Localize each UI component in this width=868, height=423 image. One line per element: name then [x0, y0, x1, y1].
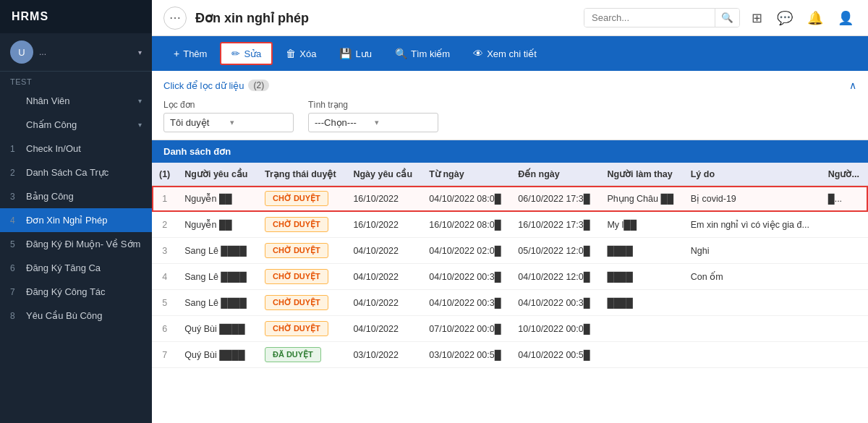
row-tu-ngay: 04/10/2022 00:3█: [422, 290, 511, 316]
row-den-ngay: 04/10/2022 12:0█: [511, 264, 600, 290]
table-row[interactable]: 5 Sang Lê ████ CHỜ DUYỆT 04/10/2022 04/1…: [152, 290, 868, 316]
col-tu-ngay: Từ ngày: [422, 163, 511, 186]
tinh-trang-label: Tình trạng: [308, 100, 438, 110]
avatar: U: [10, 40, 33, 64]
sidebar-item-number: 7: [10, 287, 20, 297]
table-row[interactable]: 6 Quý Bùi ████ CHỜ DUYỆT 04/10/2022 07/1…: [152, 316, 868, 342]
row-nguoi-yeu-cau: Quý Bùi ████: [177, 342, 258, 368]
sidebar-item-label: Đơn Xin Nghỉ Phép: [26, 215, 142, 226]
user-profile[interactable]: U ... ▾: [0, 33, 152, 72]
col-trang-thai-duyet: Trạng thái duyệt: [258, 163, 346, 186]
row-den-ngay: 04/10/2022 00:5█: [511, 342, 600, 368]
status-badge: CHỜ DUYỆT: [265, 321, 328, 336]
notification-icon-button[interactable]: 🔔: [804, 7, 826, 29]
row-nguoi-lam-thay: [600, 342, 683, 368]
row-den-ngay: 06/10/2022 17:3█: [511, 186, 600, 212]
loc-don-select[interactable]: Tôi duyệt ▾: [163, 113, 294, 132]
tim-kiem-label: Tìm kiếm: [411, 48, 450, 59]
table-row[interactable]: 2 Nguyễn ██ CHỜ DUYỆT 16/10/2022 16/10/2…: [152, 212, 868, 238]
row-tu-ngay: 04/10/2022 00:3█: [422, 264, 511, 290]
table-row[interactable]: 3 Sang Lê ████ CHỜ DUYỆT 04/10/2022 04/1…: [152, 238, 868, 264]
filter-click-label[interactable]: Click để lọc dữ liệu: [163, 80, 244, 91]
row-nguoi-yeu-cau: Nguyễn ██: [177, 186, 258, 212]
luu-button[interactable]: 💾Lưu: [329, 43, 381, 64]
sidebar-item-label: Danh Sách Ca Trực: [26, 167, 142, 178]
row-nguoi-lam-thay: [600, 316, 683, 342]
table-header-row: (1) Người yêu cầu Trạng thái duyệt Ngày …: [152, 163, 868, 186]
row-trang-thai: ĐÃ DUYỆT: [258, 342, 346, 368]
table-row[interactable]: 7 Quý Bùi ████ ĐÃ DUYỆT 03/10/2022 03/10…: [152, 342, 868, 368]
grid-icon-button[interactable]: ⊞: [749, 7, 765, 29]
table-row[interactable]: 4 Sang Lê ████ CHỜ DUYỆT 04/10/2022 04/1…: [152, 264, 868, 290]
row-trang-thai: CHỜ DUYỆT: [258, 212, 346, 238]
luu-icon: 💾: [339, 48, 352, 59]
row-ly-do: Em xin nghỉ vì có việc gia đ...: [684, 212, 821, 238]
xem-chi-tiet-button[interactable]: 👁Xem chi tiết: [463, 43, 547, 64]
row-nguoi-lam-thay: ████: [600, 238, 683, 264]
sidebar-item-bang-cong[interactable]: 3 Bảng Công: [0, 184, 152, 208]
row-ngay-yeu-cau: 04/10/2022: [346, 238, 422, 264]
row-tu-ngay: 03/10/2022 00:5█: [422, 342, 511, 368]
row-ngay-yeu-cau: 16/10/2022: [346, 212, 422, 238]
sidebar-item-label: Nhân Viên: [26, 95, 132, 106]
row-extra: [821, 212, 868, 238]
sidebar-section-label: Test: [0, 72, 152, 89]
collapse-button[interactable]: ∧: [849, 80, 856, 91]
row-den-ngay: 04/10/2022 00:3█: [511, 290, 600, 316]
chat-icon-button[interactable]: 💬: [774, 7, 796, 29]
topbar-icons: ⊞ 💬 🔔 👤: [749, 7, 856, 29]
sidebar-item-dang-ky-cong-tac[interactable]: 7 Đăng Ký Công Tác: [0, 280, 152, 304]
sidebar-item-label: Chấm Công: [26, 119, 132, 130]
status-badge: CHỜ DUYỆT: [265, 243, 328, 258]
tinh-trang-select[interactable]: ---Chọn--- ▾: [308, 113, 438, 132]
row-nguoi-yeu-cau: Sang Lê ████: [177, 290, 258, 316]
status-badge: CHỜ DUYỆT: [265, 191, 328, 206]
row-ly-do: [684, 342, 821, 368]
sidebar-item-don-xin-nghi-phep[interactable]: 4 Đơn Xin Nghỉ Phép: [0, 208, 152, 232]
search-input[interactable]: [584, 9, 715, 27]
tim-kiem-button[interactable]: 🔍Tìm kiếm: [385, 43, 460, 64]
table-row[interactable]: 1 Nguyễn ██ CHỜ DUYỆT 16/10/2022 04/10/2…: [152, 186, 868, 212]
sidebar-item-number: 1: [10, 144, 20, 154]
user-icon-button[interactable]: 👤: [835, 7, 856, 29]
sidebar-item-yeu-cau-bu-cong[interactable]: 8 Yêu Cầu Bù Công: [0, 304, 152, 328]
xoa-button[interactable]: 🗑Xóa: [276, 43, 326, 64]
username: ...: [39, 47, 132, 57]
sua-button[interactable]: ✏Sửa: [220, 42, 273, 65]
row-extra: [821, 316, 868, 342]
xem-chi-tiet-icon: 👁: [473, 48, 483, 59]
row-tu-ngay: 16/10/2022 08:0█: [422, 212, 511, 238]
col-nguoi: Ngườ...: [821, 163, 868, 186]
sidebar-item-nhan-vien[interactable]: Nhân Viên ▾: [0, 89, 152, 113]
sidebar-item-number: 8: [10, 311, 20, 321]
row-trang-thai: CHỜ DUYỆT: [258, 264, 346, 290]
sidebar-item-label: Đăng Ký Công Tác: [26, 286, 142, 297]
table-section-title: Danh sách đơn: [152, 140, 868, 163]
search-button[interactable]: 🔍: [715, 9, 739, 27]
row-index: 2: [152, 212, 177, 238]
filter-count-badge: (2): [248, 80, 269, 91]
col-ly-do: Lý do: [684, 163, 821, 186]
sidebar-item-danh-sach-ca-truc[interactable]: 2 Danh Sách Ca Trực: [0, 161, 152, 184]
col-den-ngay: Đến ngày: [511, 163, 600, 186]
filter-controls: Lọc đơn Tôi duyệt ▾ Tình trạng ---Chọn--…: [163, 94, 856, 140]
status-badge: ĐÃ DUYỆT: [265, 347, 321, 362]
sidebar-item-dang-ky-tang-ca[interactable]: 6 Đăng Ký Tăng Ca: [0, 256, 152, 280]
menu-dots-button[interactable]: ⋯: [163, 7, 187, 30]
row-index: 7: [152, 342, 177, 368]
sua-label: Sửa: [244, 48, 261, 59]
sidebar-item-dang-ky-di-muon-ve-som[interactable]: 5 Đăng Ký Đi Muộn- Về Sớm: [0, 232, 152, 256]
sidebar-item-label: Bảng Công: [26, 191, 142, 202]
sidebar-item-chevron-icon: ▾: [138, 97, 142, 105]
sidebar-item-check-in-out[interactable]: 1 Check In/Out: [0, 137, 152, 161]
filter-group-tinh-trang: Tình trạng ---Chọn--- ▾: [308, 100, 438, 132]
col-nguoi-lam-thay: Người làm thay: [600, 163, 683, 186]
row-den-ngay: 16/10/2022 17:3█: [511, 212, 600, 238]
them-button[interactable]: +Thêm: [163, 43, 217, 64]
search-box: 🔍: [584, 8, 740, 27]
sidebar-item-cham-cong[interactable]: Chấm Công ▾: [0, 113, 152, 137]
row-trang-thai: CHỜ DUYỆT: [258, 290, 346, 316]
row-index: 5: [152, 290, 177, 316]
row-nguoi-yeu-cau: Nguyễn ██: [177, 212, 258, 238]
row-index: 4: [152, 264, 177, 290]
